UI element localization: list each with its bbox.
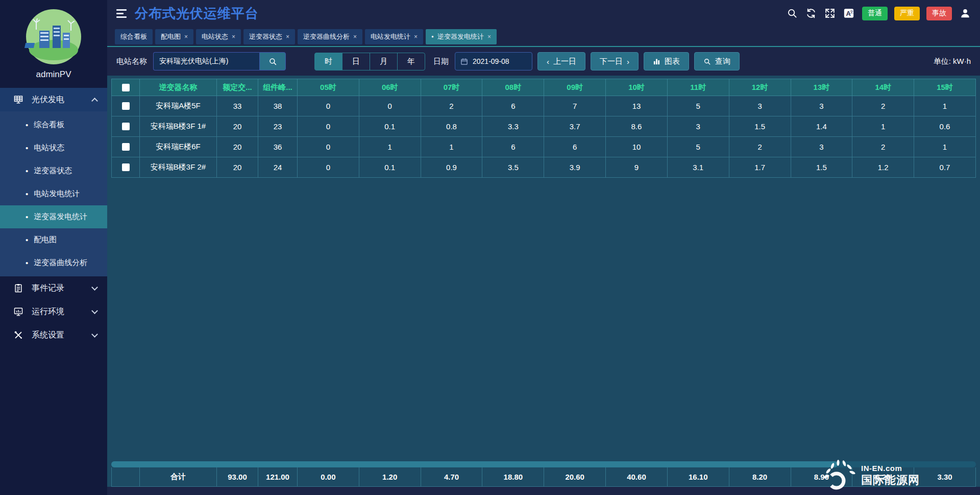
sidebar-group-label: 系统设置 <box>32 330 64 341</box>
alarm-badge[interactable]: 事故 <box>926 7 952 20</box>
fullscreen-icon[interactable] <box>824 8 836 19</box>
value-cell: 1.2 <box>852 157 914 178</box>
chevron-right-icon: › <box>627 57 629 66</box>
sidebar-item-label: 电站发电统计 <box>34 189 80 199</box>
value-cell: 2 <box>852 137 914 157</box>
tab[interactable]: 配电图× <box>155 29 193 44</box>
value-cell: 7 <box>544 96 606 116</box>
sidebar-item[interactable]: •逆变器状态 <box>0 159 107 182</box>
sidebar-item[interactable]: •逆变器发电统计 <box>0 205 107 228</box>
tab[interactable]: 综合看板 <box>115 29 153 44</box>
column-header: 12时 <box>729 79 791 96</box>
unit-label: 单位: kW·h <box>934 57 971 66</box>
tab[interactable]: 逆变器曲线分析× <box>298 29 362 44</box>
table-row: 安科瑞A楼5F3338002671353321 <box>111 96 976 116</box>
value-cell: 1 <box>852 116 914 137</box>
page-title: 分布式光伏运维平台 <box>135 5 259 22</box>
tab-label: 逆变器状态 <box>249 32 282 41</box>
horizontal-scrollbar-thumb[interactable] <box>111 461 838 467</box>
inverter-name-cell: 安科瑞B楼3F 1# <box>140 116 217 137</box>
value-cell: 20 <box>217 116 258 137</box>
chart-view-button[interactable]: 图表 <box>644 52 689 70</box>
value-cell: 0 <box>359 96 421 116</box>
column-header: 额定交... <box>217 79 258 96</box>
value-cell: 13 <box>606 96 668 116</box>
alarm-badge[interactable]: 普通 <box>862 7 888 20</box>
sidebar-menu: 光伏发电•综合看板•电站状态•逆变器状态•电站发电统计•逆变器发电统计•配电图•… <box>0 88 107 347</box>
value-cell: 5 <box>668 137 729 157</box>
alarm-badge[interactable]: 严重 <box>894 7 920 20</box>
search-icon[interactable] <box>787 8 798 19</box>
column-header: 06时 <box>359 79 421 96</box>
row-checkbox[interactable] <box>122 163 130 171</box>
period-toggle-group: 时日月年 <box>314 53 425 70</box>
chevron-left-icon: ‹ <box>547 57 549 66</box>
period-option[interactable]: 月 <box>370 53 398 70</box>
sidebar-item[interactable]: •综合看板 <box>0 113 107 136</box>
value-cell: 1.4 <box>791 116 853 137</box>
close-tab-icon[interactable]: × <box>232 33 235 40</box>
row-checkbox[interactable] <box>122 123 130 130</box>
total-label-cell: 合计 <box>140 467 217 487</box>
date-picker[interactable]: 2021-09-08 <box>455 52 532 70</box>
tab[interactable]: 电站发电统计× <box>365 29 423 44</box>
sidebar-group-3[interactable]: 系统设置 <box>0 323 107 347</box>
tab[interactable]: 逆变器状态× <box>243 29 295 44</box>
value-cell: 1 <box>914 137 976 157</box>
tab[interactable]: 电站状态× <box>196 29 241 44</box>
close-tab-icon[interactable]: × <box>487 33 491 40</box>
row-checkbox[interactable] <box>122 143 130 151</box>
value-cell: 0.1 <box>359 157 421 178</box>
sidebar-group-1[interactable]: 事件记录 <box>0 276 107 300</box>
close-tab-icon[interactable]: × <box>353 33 357 40</box>
collapse-sidebar-icon[interactable] <box>116 9 127 18</box>
close-tab-icon[interactable]: × <box>286 33 289 40</box>
tab[interactable]: ●逆变器发电统计× <box>426 29 497 44</box>
column-header: 08时 <box>482 79 544 96</box>
sidebar-item[interactable]: •电站发电统计 <box>0 182 107 205</box>
next-day-button[interactable]: 下一日 › <box>591 52 639 70</box>
select-all-checkbox[interactable] <box>122 84 130 91</box>
tab-label: 配电图 <box>161 32 181 41</box>
total-value-cell: 1.20 <box>359 467 421 487</box>
previous-day-button[interactable]: ‹ 上一日 <box>537 52 585 70</box>
user-icon[interactable] <box>960 8 971 19</box>
row-checkbox[interactable] <box>122 102 130 110</box>
value-cell: 20 <box>217 137 258 157</box>
refresh-icon[interactable] <box>805 8 817 19</box>
sidebar-item[interactable]: •电站状态 <box>0 136 107 159</box>
value-cell: 20 <box>217 157 258 178</box>
svg-text:文: 文 <box>850 10 853 14</box>
total-value-cell: 18.80 <box>482 467 544 487</box>
value-cell: 3.1 <box>668 157 729 178</box>
table-body: 安科瑞A楼5F3338002671353321安科瑞B楼3F 1#202300.… <box>111 96 976 178</box>
query-button[interactable]: 查询 <box>694 52 740 70</box>
value-cell: 0.6 <box>914 116 976 137</box>
value-cell: 6 <box>482 137 544 157</box>
close-tab-icon[interactable]: × <box>414 33 418 40</box>
row-checkbox-cell <box>111 96 140 116</box>
sidebar-item[interactable]: •配电图 <box>0 228 107 251</box>
value-cell: 0 <box>298 137 359 157</box>
tab-label: 逆变器曲线分析 <box>303 32 350 41</box>
column-header: 05时 <box>298 79 359 96</box>
sidebar-item-label: 逆变器发电统计 <box>34 212 87 222</box>
close-tab-icon[interactable]: × <box>184 33 188 40</box>
value-cell: 2 <box>729 137 791 157</box>
sidebar-item[interactable]: •逆变器曲线分析 <box>0 251 107 274</box>
sidebar-group-2[interactable]: 运行环境 <box>0 300 107 323</box>
period-option[interactable]: 日 <box>342 53 370 70</box>
tab-label: 逆变器发电统计 <box>437 32 484 41</box>
column-header: 15时 <box>914 79 976 96</box>
station-search-button[interactable] <box>259 52 286 70</box>
column-header: 11时 <box>668 79 729 96</box>
period-option[interactable]: 年 <box>397 53 425 70</box>
column-header: 13时 <box>791 79 853 96</box>
alarm-badges: 普通严重事故 <box>862 7 952 20</box>
translate-icon[interactable]: A文 <box>843 8 854 19</box>
station-name-input[interactable] <box>153 52 259 70</box>
sidebar-group-0[interactable]: 光伏发电 <box>0 88 107 111</box>
period-option[interactable]: 时 <box>314 53 342 70</box>
table-row: 安科瑞E楼6F2036011661052321 <box>111 137 976 157</box>
sidebar-item-label: 配电图 <box>34 235 57 245</box>
